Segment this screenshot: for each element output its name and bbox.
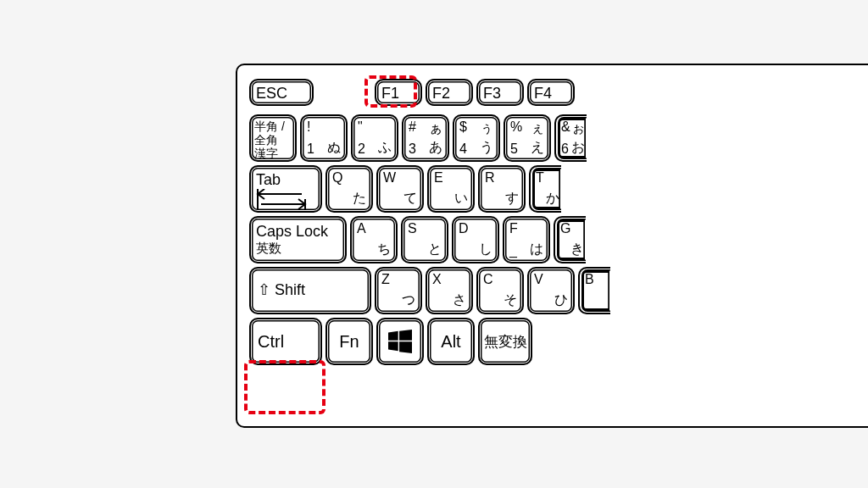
number-row: 半角 / 全角 漢字 !1ぬ "2ふ #ぁ3あ $ぅ4う %ぇ5え &ぉ6お	[249, 114, 868, 162]
keyboard-frame: ESC F1 F2 F3 F4 半角 / 全角 漢字 !1ぬ "2ふ #ぁ3あ …	[236, 64, 868, 428]
key-3[interactable]: #ぁ3あ	[402, 114, 449, 162]
label: Shift	[275, 281, 305, 298]
key-f2[interactable]: F2	[426, 79, 473, 106]
qwerty-row: Tab Qた Wて Eい Rす Tか	[249, 165, 868, 213]
key-5[interactable]: %ぇ5え	[504, 114, 551, 162]
key-x[interactable]: Xさ	[426, 267, 473, 314]
key-esc[interactable]: ESC	[249, 79, 314, 106]
key-2[interactable]: "2ふ	[351, 114, 398, 162]
key-windows[interactable]	[376, 318, 424, 365]
bottom-row: Ctrl Fn Alt 無変換	[249, 318, 868, 365]
zxcv-row: ⇧ Shift Zつ Xさ Cそ Vひ B	[249, 267, 868, 314]
sublabel: 英数	[256, 241, 340, 255]
key-f4[interactable]: F4	[527, 79, 575, 106]
key-f3[interactable]: F3	[476, 79, 524, 106]
key-1[interactable]: !1ぬ	[300, 114, 348, 162]
key-v[interactable]: Vひ	[527, 267, 575, 314]
key-f[interactable]: F_は	[503, 216, 550, 263]
asdf-row: Caps Lock 英数 Aち Sと Dし F_は Gき	[249, 216, 868, 263]
key-t[interactable]: Tか	[529, 165, 561, 213]
key-f1[interactable]: F1	[375, 79, 422, 106]
key-d[interactable]: Dし	[452, 216, 499, 263]
key-6[interactable]: &ぉ6お	[554, 114, 587, 162]
key-zenkaku[interactable]: 半角 / 全角 漢字	[249, 114, 297, 162]
key-capslock[interactable]: Caps Lock 英数	[249, 216, 347, 263]
key-c[interactable]: Cそ	[476, 267, 524, 314]
key-tab[interactable]: Tab	[249, 165, 322, 213]
key-4[interactable]: $ぅ4う	[453, 114, 500, 162]
windows-icon	[388, 330, 412, 353]
label: 半角 /	[254, 119, 292, 133]
label: Caps Lock	[256, 223, 340, 241]
key-alt[interactable]: Alt	[427, 318, 475, 365]
key-shift[interactable]: ⇧ Shift	[249, 267, 371, 314]
key-z[interactable]: Zつ	[375, 267, 422, 314]
key-w[interactable]: Wて	[376, 165, 424, 213]
key-fn[interactable]: Fn	[326, 318, 373, 365]
key-muhenkan[interactable]: 無変換	[478, 318, 532, 365]
key-r[interactable]: Rす	[478, 165, 526, 213]
key-g[interactable]: Gき	[554, 216, 586, 263]
label: 漢字	[254, 147, 292, 160]
key-ctrl[interactable]: Ctrl	[249, 318, 322, 365]
key-b[interactable]: B	[578, 267, 610, 314]
function-row: ESC F1 F2 F3 F4	[249, 79, 868, 106]
label: Tab	[256, 171, 315, 189]
key-q[interactable]: Qた	[326, 165, 373, 213]
key-s[interactable]: Sと	[401, 216, 448, 263]
label: 全角	[254, 133, 292, 147]
shift-arrow-icon: ⇧	[258, 281, 270, 298]
key-e[interactable]: Eい	[427, 165, 475, 213]
tab-arrows-icon	[256, 189, 307, 209]
spacer	[317, 79, 371, 106]
key-a[interactable]: Aち	[350, 216, 398, 263]
